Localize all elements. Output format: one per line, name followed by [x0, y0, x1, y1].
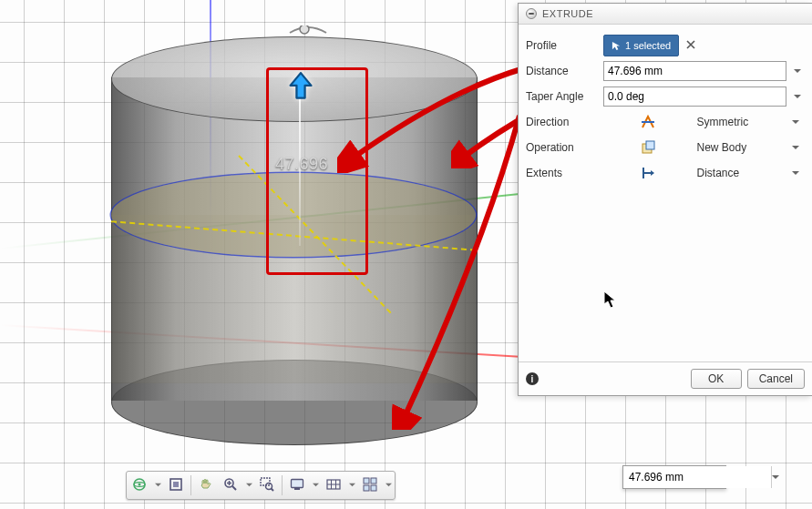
- close-icon: [686, 40, 695, 49]
- svg-rect-15: [261, 478, 270, 485]
- label-distance: Distance: [526, 65, 603, 77]
- svg-point-8: [139, 484, 141, 486]
- mouse-cursor: [603, 290, 618, 310]
- chevron-down-icon: [313, 482, 319, 488]
- label-operation: Operation: [526, 141, 603, 154]
- label-extents: Extents: [526, 167, 603, 179]
- svg-rect-19: [294, 488, 300, 490]
- svg-rect-21: [364, 478, 369, 484]
- distance-dropdown[interactable]: [790, 61, 805, 81]
- svg-rect-24: [371, 485, 376, 491]
- svg-point-16: [266, 484, 272, 490]
- annotation-highlight-box: [266, 67, 368, 275]
- pan-button[interactable]: [194, 473, 218, 496]
- chevron-down-icon: [772, 473, 779, 481]
- svg-rect-10: [173, 482, 179, 487]
- display-button[interactable]: [285, 473, 309, 496]
- taper-dropdown[interactable]: [790, 87, 805, 107]
- chevron-down-icon: [794, 67, 801, 75]
- chevron-down-icon: [792, 118, 799, 126]
- orbit-icon: [131, 476, 148, 493]
- zoom-button[interactable]: [219, 473, 242, 496]
- direction-value: Symmetric: [697, 116, 784, 128]
- hand-icon: [198, 476, 214, 493]
- row-profile: Profile 1 selected: [526, 34, 805, 57]
- display-icon: [289, 476, 305, 493]
- viewports-menu[interactable]: [383, 473, 394, 496]
- row-direction: Direction Symmetric: [526, 110, 805, 134]
- label-profile: Profile: [526, 39, 603, 52]
- extrude-dialog[interactable]: EXTRUDE Profile 1 selected Distance: [518, 3, 812, 396]
- distance-input[interactable]: [603, 61, 786, 81]
- collapse-icon[interactable]: [526, 8, 537, 19]
- label-taper: Taper Angle: [526, 90, 603, 103]
- lookat-icon: [168, 476, 184, 493]
- grid-icon: [325, 476, 342, 493]
- floating-dimension-field[interactable]: [623, 466, 771, 488]
- direction-dropdown[interactable]: [788, 118, 803, 126]
- extents-value: Distance: [697, 167, 784, 179]
- zoom-icon: [222, 476, 239, 493]
- cancel-button[interactable]: Cancel: [747, 369, 805, 389]
- svg-rect-18: [292, 480, 303, 488]
- lookat-button[interactable]: [164, 473, 188, 496]
- orbit-widget[interactable]: [288, 25, 328, 40]
- operation-combo[interactable]: New Body: [603, 137, 805, 158]
- direction-combo[interactable]: Symmetric: [603, 112, 805, 132]
- chevron-down-icon: [792, 144, 799, 151]
- navigation-toolbar[interactable]: [126, 471, 396, 500]
- operation-value: New Body: [697, 141, 784, 154]
- row-taper: Taper Angle: [526, 85, 805, 108]
- grid-menu[interactable]: [346, 473, 357, 496]
- chevron-down-icon: [794, 93, 801, 100]
- row-operation: Operation New Body: [526, 136, 805, 159]
- ok-button[interactable]: OK: [691, 369, 742, 389]
- dialog-title-text: EXTRUDE: [542, 4, 593, 24]
- extents-combo[interactable]: Distance: [603, 163, 805, 183]
- viewports-icon: [362, 476, 378, 493]
- dialog-titlebar[interactable]: EXTRUDE: [519, 4, 812, 25]
- profile-selection-chip[interactable]: 1 selected: [603, 35, 679, 56]
- chevron-down-icon: [349, 482, 355, 488]
- svg-line-12: [232, 486, 236, 490]
- dialog-footer: i OK Cancel: [519, 361, 812, 395]
- taper-input[interactable]: [603, 87, 786, 107]
- svg-point-0: [300, 25, 309, 34]
- row-extents: Extents Distance: [526, 161, 805, 185]
- svg-rect-22: [371, 478, 376, 484]
- svg-rect-23: [364, 485, 369, 491]
- zoom-window-icon: [259, 476, 275, 493]
- info-icon[interactable]: i: [526, 372, 539, 385]
- svg-line-17: [272, 489, 274, 492]
- svg-rect-3: [646, 141, 654, 149]
- operation-dropdown[interactable]: [788, 144, 803, 151]
- orbit-button[interactable]: [128, 473, 151, 496]
- orbit-menu[interactable]: [152, 473, 163, 496]
- label-direction: Direction: [526, 116, 603, 128]
- chevron-down-icon: [246, 482, 252, 488]
- newbody-icon: [605, 139, 692, 156]
- clear-selection-button[interactable]: [683, 35, 699, 55]
- symmetric-icon: [605, 114, 692, 130]
- chevron-down-icon: [792, 169, 799, 177]
- zoom-window-button[interactable]: [255, 473, 279, 496]
- extents-distance-icon: [605, 165, 692, 181]
- viewports-button[interactable]: [358, 473, 382, 496]
- floating-dimension-input[interactable]: [622, 465, 726, 489]
- display-menu[interactable]: [310, 473, 321, 496]
- chevron-down-icon: [155, 482, 161, 488]
- floating-dimension-dropdown[interactable]: [771, 466, 779, 488]
- chevron-down-icon: [385, 482, 392, 488]
- zoom-menu[interactable]: [243, 473, 254, 496]
- cursor-icon: [612, 41, 622, 51]
- profile-selection-count: 1 selected: [625, 40, 671, 51]
- extents-dropdown[interactable]: [788, 169, 803, 177]
- row-distance: Distance: [526, 59, 805, 83]
- grid-button[interactable]: [322, 473, 345, 496]
